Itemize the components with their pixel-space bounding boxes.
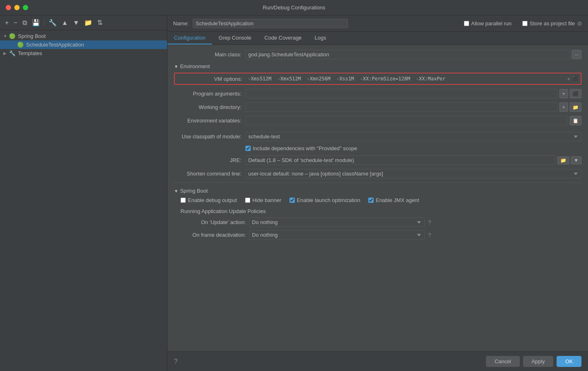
environment-section-header[interactable]: ▼ Environment	[174, 63, 581, 69]
store-project-checkbox[interactable]	[522, 21, 528, 26]
config-tree: ▼ 🟢 Spring Boot 🟢 ScheduleTestApplicatio…	[0, 30, 167, 371]
shorten-select[interactable]: user-local default: none – java [options…	[245, 169, 581, 178]
window-title: Run/Debug Configurations	[263, 4, 325, 11]
frame-deactivation-help-icon[interactable]: ?	[428, 232, 431, 238]
help-icon[interactable]: ?	[174, 358, 178, 365]
include-provided-text: Include dependencies with "Provided" sco…	[253, 145, 357, 151]
tree-item-schedule-test[interactable]: 🟢 ScheduleTestApplication	[0, 40, 167, 49]
hide-banner-checkbox[interactable]	[245, 198, 250, 203]
wrench-button[interactable]: 🔧	[47, 18, 58, 27]
bottom-bar: ? Cancel Apply OK	[167, 351, 588, 371]
program-args-input[interactable]	[245, 89, 558, 98]
main-class-label: Main class:	[174, 51, 245, 58]
include-provided-checkbox[interactable]	[245, 146, 251, 151]
frame-deactivation-select[interactable]: Do nothing Update classes and resources …	[249, 230, 425, 240]
move-down-button[interactable]: ▼	[71, 18, 81, 27]
move-up-button[interactable]: ▲	[60, 18, 70, 27]
enable-jmx-label[interactable]: Enable JMX agent	[368, 197, 419, 203]
main-class-input[interactable]	[245, 50, 570, 59]
update-action-label: On 'Update' action:	[180, 219, 246, 225]
update-action-select[interactable]: Do nothing Update classes and resources …	[249, 218, 425, 227]
tree-item-templates[interactable]: ▶ 🔧 Templates	[0, 49, 167, 58]
enable-jmx-checkbox[interactable]	[368, 198, 374, 203]
remove-config-button[interactable]: −	[12, 18, 19, 27]
enable-launch-label[interactable]: Enable launch optimization	[290, 197, 360, 203]
store-project-container: Store as project file ⚙	[522, 20, 582, 27]
separator	[44, 19, 45, 27]
schedule-test-label: ScheduleTestApplication	[26, 42, 84, 48]
frame-deactivation-row: On frame deactivation: Do nothing Update…	[180, 230, 581, 240]
jre-row: JRE: 📁 ▼	[174, 156, 581, 165]
jre-browse-icon[interactable]: 📁	[557, 156, 569, 164]
tab-grep-console[interactable]: Grep Console	[212, 32, 258, 44]
frame-deactivation-label: On frame deactivation:	[180, 232, 246, 238]
sort-button[interactable]: ⇅	[96, 18, 104, 27]
maximize-button[interactable]	[23, 5, 28, 10]
folder-button[interactable]: 📁	[82, 18, 94, 27]
include-provided-row: Include dependencies with "Provided" sco…	[245, 145, 581, 151]
enable-launch-checkbox[interactable]	[290, 198, 295, 203]
tree-item-spring-boot[interactable]: ▼ 🟢 Spring Boot	[0, 32, 167, 40]
spring-boot-section-header[interactable]: ▼ Spring Boot	[174, 188, 581, 194]
allow-parallel-checkbox[interactable]	[464, 21, 469, 26]
policies-title: Running Application Update Policies	[180, 208, 581, 214]
working-dir-browse-icon[interactable]: 📁	[570, 102, 581, 112]
update-action-help-icon[interactable]: ?	[428, 219, 431, 226]
spring-boot-label: Spring Boot	[18, 33, 46, 39]
program-args-input-group: + ⬛	[245, 89, 581, 98]
allow-parallel-container: Allow parallel run	[464, 20, 512, 27]
program-args-row: Program arguments: + ⬛	[174, 89, 581, 98]
enable-debug-checkbox[interactable]	[180, 198, 186, 203]
name-input[interactable]	[193, 19, 348, 28]
classpath-label: Use classpath of module:	[174, 133, 245, 140]
cancel-button[interactable]: Cancel	[486, 356, 519, 367]
spring-boot-section: ▼ Spring Boot Enable debug output Hide b…	[174, 182, 581, 240]
name-label: Name:	[173, 20, 189, 27]
env-vars-browse-icon[interactable]: 📋	[570, 116, 581, 125]
minimize-button[interactable]	[14, 5, 20, 10]
hide-banner-label[interactable]: Hide banner	[245, 197, 281, 203]
tab-logs[interactable]: Logs	[308, 32, 333, 44]
spring-boot-arrow-icon: ▼	[174, 189, 178, 193]
save-button[interactable]: 💾	[30, 18, 42, 27]
tab-code-coverage[interactable]: Code Coverage	[258, 32, 308, 44]
store-project-gear-icon[interactable]: ⚙	[577, 20, 582, 27]
vm-options-icons: + ⬛	[567, 76, 581, 82]
enable-debug-text: Enable debug output	[188, 197, 237, 203]
add-config-button[interactable]: +	[3, 18, 10, 27]
jre-input[interactable]	[245, 156, 556, 165]
shorten-label: Shorten command line:	[174, 171, 245, 177]
enable-debug-label[interactable]: Enable debug output	[180, 197, 237, 203]
working-dir-input[interactable]	[245, 102, 558, 112]
spring-boot-icon: 🟢	[9, 33, 16, 39]
store-project-label: Store as project file	[530, 20, 575, 27]
tab-configuration[interactable]: Configuration	[167, 32, 212, 44]
env-vars-row: Environment variables: 📋	[174, 116, 581, 125]
enable-jmx-text: Enable JMX agent	[376, 197, 419, 203]
program-args-expand-icon[interactable]: ⬛	[570, 89, 581, 98]
working-dir-add-icon[interactable]: +	[559, 102, 568, 112]
vm-options-input[interactable]	[246, 75, 567, 82]
classpath-select[interactable]: schedule-test	[245, 132, 581, 141]
include-provided-label[interactable]: Include dependencies with "Provided" sco…	[245, 145, 357, 151]
close-button[interactable]	[6, 5, 11, 10]
copy-config-button[interactable]: ⧉	[21, 18, 29, 27]
hide-banner-text: Hide banner	[252, 197, 281, 203]
vm-options-expand-icon[interactable]: ⬛	[572, 76, 579, 82]
spring-boot-section-label: Spring Boot	[180, 188, 208, 194]
vm-options-add-icon[interactable]: +	[567, 76, 570, 82]
right-panel: Name: Allow parallel run Store as projec…	[167, 16, 588, 371]
environment-arrow-icon: ▼	[174, 64, 178, 69]
working-dir-input-group: + 📁	[245, 102, 581, 112]
main-class-browse-button[interactable]: ···	[572, 50, 581, 59]
apply-button[interactable]: Apply	[523, 356, 554, 367]
env-vars-input[interactable]	[245, 116, 568, 125]
env-vars-input-group: 📋	[245, 116, 581, 125]
jre-dropdown-icon[interactable]: ▼	[571, 156, 581, 164]
title-bar: Run/Debug Configurations	[0, 0, 588, 16]
running-policies: Running Application Update Policies On '…	[180, 208, 581, 240]
ok-button[interactable]: OK	[557, 356, 581, 367]
update-action-row: On 'Update' action: Do nothing Update cl…	[180, 218, 581, 227]
program-args-add-icon[interactable]: +	[559, 89, 568, 98]
config-content: Main class: ··· ▼ Environment VM options…	[167, 45, 588, 351]
